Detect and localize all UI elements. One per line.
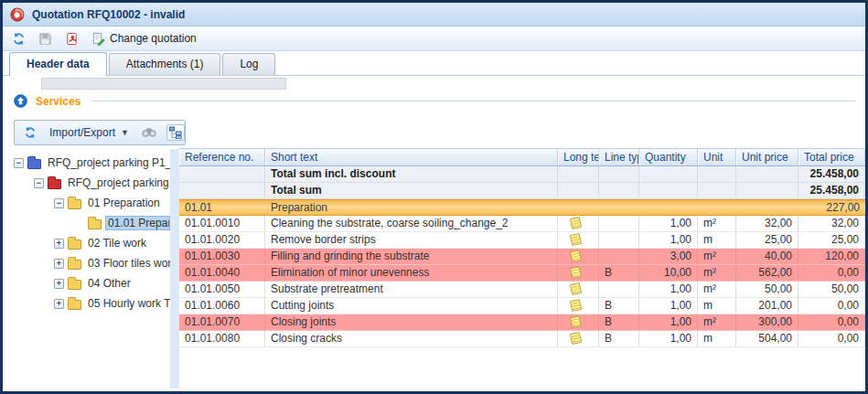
column-header[interactable]: Long text — [558, 149, 599, 165]
table-row[interactable]: 01.01.0070Closing jointsB1,00m²300,000,0… — [179, 314, 865, 331]
import-export-button[interactable]: Import/Export ▼ — [47, 124, 132, 141]
ref-cell: 01.01.0080 — [179, 331, 265, 346]
column-header[interactable]: Unit price — [736, 149, 798, 165]
tree-item[interactable]: 01.01 Preparat — [6, 213, 170, 233]
long-text-icon[interactable] — [570, 282, 582, 295]
expander-minus-icon[interactable]: − — [34, 178, 44, 188]
panel-splitter[interactable] — [170, 149, 179, 389]
quantity-cell: 1,00 — [639, 232, 698, 248]
tree-item[interactable]: +03 Floor tiles works — [6, 253, 170, 273]
column-header[interactable]: Unit — [698, 149, 736, 165]
summary-row[interactable]: Total sum25.458,00 — [179, 183, 865, 199]
main-toolbar: Change quotation — [3, 27, 865, 51]
expander-plus-icon[interactable]: + — [54, 279, 64, 289]
folder-icon — [68, 300, 81, 310]
long-text-cell — [558, 183, 599, 198]
group-row[interactable]: 01.01Preparation227,00 — [179, 199, 865, 216]
tab-header-data[interactable]: Header data — [9, 52, 107, 76]
expander-minus-icon[interactable]: − — [14, 158, 24, 168]
tree-item[interactable]: −RFQ_project parking F — [6, 173, 170, 193]
services-section-header: Services — [14, 94, 856, 108]
total-price-cell: 0,00 — [798, 265, 865, 281]
refresh-icon — [12, 32, 26, 46]
unit-price-cell — [736, 183, 798, 198]
table-row[interactable]: 01.01.0040Elimination of minor unevennes… — [179, 265, 865, 282]
long-text-icon[interactable] — [570, 250, 582, 262]
tab-log[interactable]: Log — [222, 53, 275, 75]
expander-minus-icon[interactable]: − — [54, 198, 64, 208]
tree-item[interactable]: −01 Preparation — [6, 193, 170, 213]
column-header[interactable]: Reference no. — [179, 149, 265, 165]
quantity-cell: 1,00 — [639, 331, 698, 346]
line-type-cell — [599, 249, 639, 264]
long-text-cell — [558, 282, 599, 297]
unit-cell: m² — [698, 265, 736, 281]
collapse-section-icon[interactable] — [14, 94, 27, 108]
table-row[interactable]: 01.01.0030Filling and grinding the subst… — [179, 249, 865, 265]
short-text-cell: Substrate pretreatment — [265, 282, 558, 297]
collapsed-panel[interactable] — [41, 78, 286, 90]
long-text-icon[interactable] — [570, 217, 582, 229]
titlebar: Quotation RFQ10002 - invalid — [3, 3, 865, 27]
tree-item[interactable]: +02 Tile work — [6, 233, 170, 253]
table-row[interactable]: 01.01.0080Closing cracksB1,00m504,000,00 — [179, 331, 865, 347]
line-type-cell — [599, 183, 639, 198]
unit-price-cell — [736, 166, 798, 182]
unit-price-cell — [736, 200, 798, 215]
tree-item-label: 03 Floor tiles works — [85, 256, 170, 271]
folder-icon — [48, 179, 61, 189]
table-row[interactable]: 01.01.0010Cleaning the substrate, coarse… — [179, 216, 865, 232]
search-button[interactable] — [138, 125, 160, 140]
column-header[interactable]: Short text — [265, 149, 558, 165]
short-text-cell: Cutting joints — [265, 298, 558, 314]
column-header[interactable]: Quantity — [639, 149, 698, 165]
line-type-cell: B — [599, 265, 639, 281]
column-header[interactable]: Line type — [599, 149, 639, 165]
unit-cell: m² — [698, 216, 736, 231]
tree-item[interactable]: +05 Hourly work Tile — [6, 293, 170, 314]
dropdown-caret-icon: ▼ — [121, 128, 129, 137]
save-button[interactable] — [35, 30, 56, 48]
ref-cell — [179, 166, 265, 182]
long-text-icon[interactable] — [570, 315, 582, 328]
long-text-icon[interactable] — [570, 266, 582, 279]
long-text-icon[interactable] — [570, 233, 582, 246]
table-row[interactable]: 01.01.0060Cutting jointsB1,00m201,000,00 — [179, 298, 865, 314]
long-text-cell — [558, 331, 599, 346]
folder-icon — [68, 260, 81, 270]
expander-plus-icon[interactable]: + — [54, 299, 64, 309]
refresh-button[interactable] — [8, 30, 29, 48]
quantity-cell: 10,00 — [639, 265, 698, 281]
tree-item[interactable]: −RFQ_project parking P1_n — [6, 153, 170, 173]
short-text-cell: Closing joints — [265, 314, 558, 330]
long-text-icon[interactable] — [570, 332, 582, 345]
services-tree: −RFQ_project parking P1_n−RFQ_project pa… — [6, 149, 170, 389]
table-row[interactable]: 01.01.0020Remove border strips1,00m25,00… — [179, 232, 865, 249]
long-text-icon[interactable] — [570, 299, 582, 312]
section-divider — [92, 101, 856, 101]
ref-cell: 01.01.0030 — [179, 249, 265, 264]
unit-cell: m² — [698, 282, 736, 297]
line-type-cell — [599, 232, 639, 248]
tree-item[interactable]: +04 Other — [6, 273, 170, 293]
tab-attachments[interactable]: Attachments (1) — [109, 53, 221, 75]
folder-icon — [68, 240, 81, 250]
table-row[interactable]: 01.01.0050Substrate pretreatment1,00m²50… — [179, 282, 865, 298]
summary-row[interactable]: Total sum incl. discount25.458,00 — [179, 166, 865, 183]
tree-refresh-button[interactable] — [20, 124, 40, 141]
expander-plus-icon[interactable]: + — [54, 239, 64, 249]
column-header[interactable]: Total price — [798, 149, 865, 165]
total-price-cell: 0,00 — [798, 314, 865, 330]
ref-cell: 01.01.0010 — [179, 216, 265, 231]
expander-plus-icon[interactable]: + — [54, 259, 64, 269]
hierarchy-view-button[interactable] — [166, 124, 185, 141]
total-price-cell: 32,00 — [798, 216, 865, 231]
short-text-cell: Elimination of minor unevenness — [265, 265, 558, 281]
total-price-cell: 25.458,00 — [798, 166, 865, 182]
short-text-cell: Filling and grinding the substrate — [265, 249, 558, 264]
folder-icon — [27, 159, 41, 169]
line-type-cell — [599, 282, 639, 297]
ref-cell: 01.01.0050 — [179, 282, 265, 297]
export-pdf-button[interactable] — [61, 30, 82, 48]
change-quotation-button[interactable]: Change quotation — [88, 30, 200, 48]
